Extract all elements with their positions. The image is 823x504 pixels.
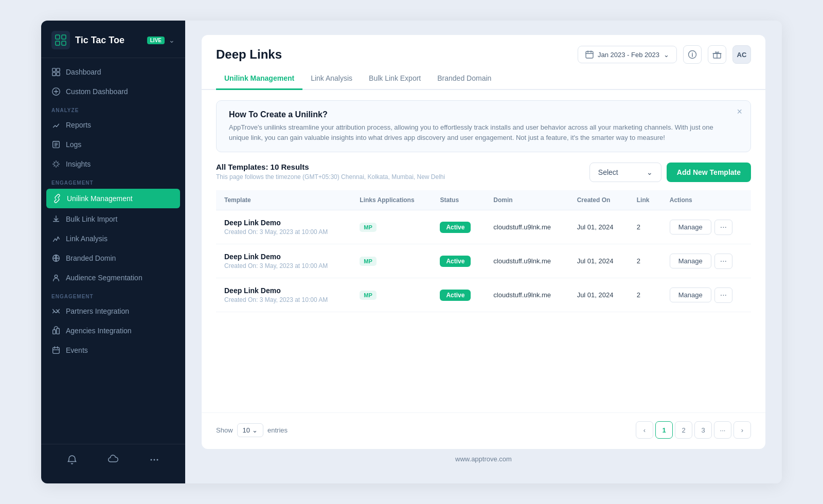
page-button-1[interactable]: 1 — [655, 421, 673, 439]
svg-rect-3 — [62, 41, 66, 45]
sidebar-item-link-analysis[interactable]: Link Analysis — [41, 229, 185, 248]
sidebar-item-custom-dashboard[interactable]: Custom Dashboard — [41, 82, 185, 101]
header-actions: Jan 2023 - Feb 2023 ⌄ AC — [578, 45, 751, 64]
sidebar-header: Tic Tac Toe LIVE ⌄ — [41, 21, 185, 58]
actions-cell: Manage ··· — [670, 287, 743, 303]
page-button-2[interactable]: 2 — [675, 421, 692, 439]
cell-domain: cloudstuff.u9lnk.me — [485, 278, 568, 312]
cell-link-count: 2 — [629, 244, 661, 278]
cloud-button[interactable] — [93, 451, 134, 469]
sidebar-item-agencies-integration[interactable]: Agencies Integration — [41, 321, 185, 340]
svg-point-16 — [154, 459, 155, 461]
manage-button[interactable]: Manage — [670, 220, 711, 235]
sidebar-footer — [41, 444, 185, 475]
tab-branded-domain[interactable]: Branded Domain — [429, 68, 499, 90]
template-created: Created On: 3 May, 2023 at 10:00 AM — [224, 262, 343, 269]
col-template: Template — [216, 190, 351, 210]
cell-created-on: Jul 01, 2024 — [569, 210, 629, 244]
col-status: Status — [432, 190, 485, 210]
entries-dropdown[interactable]: 10 ⌄ — [237, 423, 263, 437]
sidebar-item-branded-domin[interactable]: Branded Domin — [41, 248, 185, 268]
table-header-row: Template Links Applications Status Domin… — [216, 190, 751, 210]
sidebar-item-logs[interactable]: Logs — [41, 135, 185, 154]
page-button-3[interactable]: 3 — [694, 421, 712, 439]
sidebar-item-reports[interactable]: Reports — [41, 115, 185, 135]
svg-rect-13 — [57, 329, 59, 334]
actions-cell: Manage ··· — [670, 254, 743, 269]
chevron-down-icon[interactable]: ⌄ — [169, 36, 175, 44]
sidebar-item-label: Events — [66, 346, 88, 354]
sidebar-item-unilink-management[interactable]: Unilink Management — [46, 189, 180, 208]
cell-actions: Manage ··· — [661, 244, 751, 278]
banner-close-button[interactable]: × — [737, 107, 742, 116]
actions-cell: Manage ··· — [670, 220, 743, 235]
chevron-down-icon: ⌄ — [664, 51, 669, 59]
sidebar-item-label: Branded Domin — [66, 254, 116, 262]
svg-point-17 — [157, 459, 158, 461]
page-title: Deep Links — [216, 47, 282, 62]
template-created: Created On: 3 May, 2023 at 10:00 AM — [224, 228, 343, 236]
banner-title: How To Create a Unilink? — [229, 110, 726, 119]
more-actions-button[interactable]: ··· — [714, 287, 732, 303]
col-actions: Actions — [661, 190, 751, 210]
cell-domain: cloudstuff.u9lnk.me — [485, 210, 568, 244]
date-range-picker[interactable]: Jan 2023 - Feb 2023 ⌄ — [578, 46, 677, 63]
info-button[interactable] — [683, 45, 702, 64]
svg-rect-12 — [53, 330, 56, 334]
manage-button[interactable]: Manage — [670, 287, 711, 302]
sidebar-item-bulk-link-import[interactable]: Bulk Link Import — [41, 209, 185, 229]
more-options-button[interactable] — [134, 451, 175, 469]
cell-status: Active — [432, 210, 485, 244]
section-analyze: ANALYZE — [41, 101, 185, 115]
table-row: Deep Link Demo Created On: 3 May, 2023 a… — [216, 278, 751, 312]
sidebar-item-label: Logs — [66, 140, 81, 149]
svg-point-11 — [55, 275, 57, 278]
col-domain: Domin — [485, 190, 568, 210]
sidebar-item-insights[interactable]: Insights — [41, 154, 185, 174]
svg-rect-7 — [57, 73, 60, 76]
main-content: Deep Links Jan 2023 - Feb 2023 ⌄ AC — [185, 21, 782, 483]
sidebar-item-audience-segmentation[interactable]: Audience Segmentation — [41, 268, 185, 287]
next-page-button[interactable]: › — [733, 421, 751, 439]
notifications-button[interactable] — [51, 451, 93, 469]
more-actions-button[interactable]: ··· — [714, 254, 732, 269]
section-engagement2: ENGAGEMENT — [41, 287, 185, 301]
cell-status: Active — [432, 244, 485, 278]
more-actions-button[interactable]: ··· — [714, 220, 732, 235]
cell-actions: Manage ··· — [661, 278, 751, 312]
svg-rect-1 — [62, 35, 66, 39]
calendar-icon — [585, 50, 594, 59]
app-title: Tic Tac Toe — [75, 35, 147, 46]
svg-rect-4 — [52, 68, 56, 71]
data-table: Template Links Applications Status Domin… — [216, 190, 751, 312]
template-name: Deep Link Demo — [224, 253, 343, 261]
app-logo — [51, 31, 70, 49]
table-info: All Templates: 10 Results This page foll… — [216, 163, 445, 181]
tab-link-analysis[interactable]: Link Analysis — [302, 68, 361, 90]
prev-page-button[interactable]: ‹ — [636, 421, 653, 439]
page-card: Deep Links Jan 2023 - Feb 2023 ⌄ AC — [202, 35, 765, 449]
svg-rect-14 — [53, 348, 60, 354]
sidebar-item-dashboard[interactable]: Dashboard — [41, 62, 185, 82]
cell-domain: cloudstuff.u9lnk.me — [485, 244, 568, 278]
add-new-template-button[interactable]: Add New Template — [667, 163, 751, 182]
select-dropdown[interactable]: Select ⌄ — [589, 163, 661, 182]
show-label: Show — [216, 426, 233, 434]
tab-unilink-management[interactable]: Unilink Management — [216, 68, 302, 90]
gift-button[interactable] — [708, 45, 726, 64]
live-badge: LIVE — [147, 37, 165, 44]
col-created-on: Created On — [569, 190, 629, 210]
template-name: Deep Link Demo — [224, 286, 343, 295]
tab-bulk-link-export[interactable]: Bulk Link Export — [361, 68, 429, 90]
timezone-text: This page follows the timezone (GMT+05:3… — [216, 173, 445, 181]
entries-value: 10 — [243, 426, 250, 434]
svg-rect-6 — [52, 73, 56, 76]
dropdown-chevron-icon: ⌄ — [647, 168, 653, 176]
manage-button[interactable]: Manage — [670, 254, 711, 268]
sidebar-item-partners-integration[interactable]: Partners Integration — [41, 301, 185, 321]
page-button-ellipsis[interactable]: ··· — [714, 421, 731, 439]
avatar-button[interactable]: AC — [732, 45, 751, 64]
cell-link-count: 2 — [629, 210, 661, 244]
sidebar-item-events[interactable]: Events — [41, 340, 185, 360]
date-range-text: Jan 2023 - Feb 2023 — [598, 51, 659, 59]
